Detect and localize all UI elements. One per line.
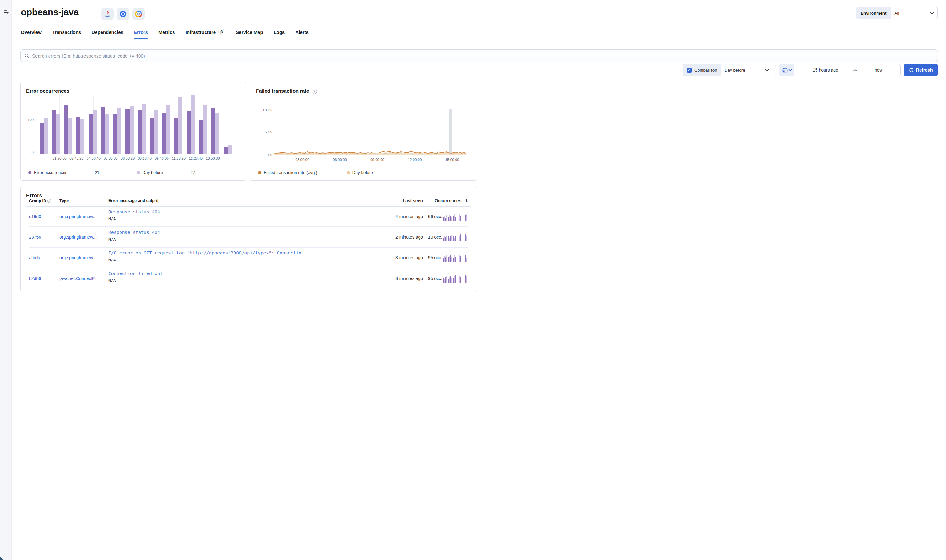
column-occurrences[interactable]: Occurrences ↓ [423,198,468,203]
page-title: opbeans-java [21,7,79,17]
bar-error-occurrences[interactable] [76,117,80,154]
bar-error-occurrences[interactable] [224,146,228,154]
legend-label[interactable]: Day before [142,170,163,175]
bar-day-before[interactable] [154,110,158,154]
tabs-divider [12,41,473,42]
bar-day-before[interactable] [93,110,97,154]
occurrences-count: 66 occ. [428,214,442,219]
ftr-series [274,109,466,155]
group-id-link[interactable]: b2d86 [29,276,41,280]
error-type-link[interactable]: org.springframew... [59,235,97,240]
tab-dependencies[interactable]: Dependencies [91,29,123,39]
x-axis-tick: 08:16:40 [137,157,152,160]
error-search-bar[interactable] [20,49,473,62]
bar-day-before[interactable] [68,118,72,154]
bar-day-before[interactable] [166,105,170,154]
legend-dot [28,171,31,174]
bar-day-before[interactable] [80,119,84,154]
x-axis-tick: 04:06:40 [86,157,100,160]
bar-error-occurrences[interactable] [211,108,215,154]
legend-label[interactable]: Error occurrences [34,170,67,175]
tab-infrastructure[interactable]: Infrastructureβ [185,29,225,40]
error-message-link[interactable]: Response status 404 [108,230,376,235]
tab-label: Service Map [236,29,263,35]
tab-overview[interactable]: Overview [21,29,42,39]
table-row: b2d86java.net.ConnectE...Connection time… [29,268,468,280]
tab-label: Metrics [159,29,175,35]
bar-error-occurrences[interactable] [187,111,191,154]
bar-error-occurrences[interactable] [101,107,105,154]
bar-error-occurrences[interactable] [137,110,142,154]
bar-error-occurrences[interactable] [162,113,166,154]
x-axis-tick: 02:43:20 [69,157,83,160]
tab-label: Transactions [52,29,81,35]
tab-label: Infrastructure [185,29,216,35]
x-axis-tick: 09:00:00 [370,158,384,162]
group-id-link[interactable]: 23756 [29,235,41,240]
errors-table-header: Group ID? Type Error message and culprit… [29,198,468,203]
bar-error-occurrences[interactable] [174,118,178,154]
error-occurrences-chart[interactable]: 01:20:0002:43:2004:06:4005:30:0006:53:20… [36,95,235,154]
bar-error-occurrences[interactable] [113,114,117,154]
legend-label[interactable]: Failed transaction rate (avg.) [264,170,317,175]
error-message-link[interactable]: Response status 404 [108,209,376,214]
tab-transactions[interactable]: Transactions [52,29,81,39]
legend-dot [137,171,140,174]
column-group-id[interactable]: Group ID? [29,198,59,203]
x-axis-tick: 06:53:20 [120,157,134,160]
gridline [111,95,111,154]
bar-error-occurrences[interactable] [52,110,56,154]
bar-error-occurrences[interactable] [89,114,93,154]
bar-error-occurrences[interactable] [40,123,43,154]
bar-day-before[interactable] [105,114,109,154]
help-icon[interactable]: ? [312,89,317,94]
x-axis-tick: 11:03:20 [172,157,185,160]
bar-day-before[interactable] [228,145,231,154]
error-culprit: N/A [108,258,376,262]
bar-day-before[interactable] [130,106,134,154]
last-seen-value: 3 minutes ago [376,248,423,268]
error-type-link[interactable]: org.springframew... [59,214,97,219]
bar-day-before[interactable] [142,104,146,154]
x-axis-tick: 12:26:40 [189,157,203,160]
tab-logs[interactable]: Logs [274,29,285,39]
error-occurrences-legend: Error occurrences21Day before27 [28,170,195,175]
bar-error-occurrences[interactable] [150,118,154,154]
group-id-link[interactable]: d16d3 [29,214,41,219]
failed-transaction-rate-title: Failed transaction rate ? [256,88,317,94]
error-message-link[interactable]: I/O error on GET request for "http://opb… [108,251,376,255]
expand-nav-button[interactable] [3,8,9,15]
errors-table-body: d16d3org.springframew...Response status … [29,206,468,280]
error-occurrences-title: Error occurrences [26,88,69,94]
bar-error-occurrences[interactable] [199,120,203,154]
tab-errors[interactable]: Errors [134,29,148,39]
tab-label: Alerts [295,29,309,35]
legend-value: 21 [95,170,99,175]
occurrences-sparkline [443,212,468,221]
bar-day-before[interactable] [117,108,121,154]
legend-label[interactable]: Day before [352,170,373,175]
search-input[interactable] [32,53,473,58]
tab-metrics[interactable]: Metrics [159,29,175,39]
tab-label: Overview [21,29,42,35]
bar-error-occurrences[interactable] [125,109,130,154]
java-icon [101,8,114,20]
bar-day-before[interactable] [43,118,48,154]
bar-day-before[interactable] [215,113,219,154]
failed-transaction-rate-line [274,151,466,154]
bar-day-before[interactable] [191,95,195,154]
tab-alerts[interactable]: Alerts [295,29,309,39]
failed-transaction-rate-chart[interactable]: 100%50%0%03:00:0006:00:0009:00:0012:00:0… [274,109,466,155]
group-id-link[interactable]: afbc5 [29,255,40,260]
bar-day-before[interactable] [203,105,207,154]
column-message[interactable]: Error message and culprit [108,198,376,203]
tab-service-map[interactable]: Service Map [236,29,263,39]
error-type-link[interactable]: java.net.ConnectE... [59,276,99,280]
error-message-link[interactable]: Connection timed out [108,271,376,276]
bar-error-occurrences[interactable] [64,105,68,154]
bar-day-before[interactable] [56,114,60,154]
column-type[interactable]: Type [59,198,108,203]
error-type-link[interactable]: org.springframew... [59,255,97,260]
column-last-seen[interactable]: Last seen [376,198,423,203]
bar-day-before[interactable] [178,97,182,154]
